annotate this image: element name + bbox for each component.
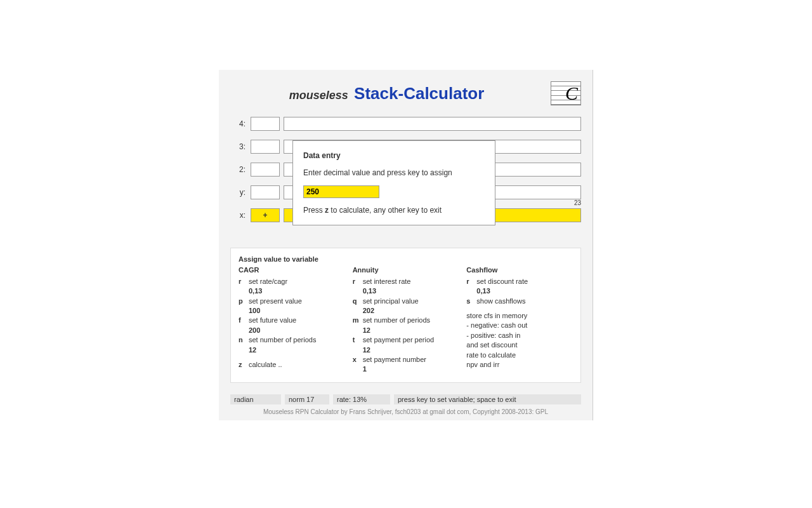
stack-label: x: [230,211,246,220]
col-title-cagr: CAGR [239,265,345,275]
help-key: t [353,335,363,355]
stack-label: 3: [230,142,246,151]
cashflow-note: and set discount [466,340,573,350]
help-item: rset interest rate0,13 [353,277,459,297]
help-item: tset payment per period12 [353,335,459,355]
help-key: r [239,277,249,297]
help-desc: set number of periods12 [249,335,345,355]
help-value: 200 [249,326,345,335]
step-counter: 23 [574,199,581,206]
stack-label: y: [230,188,246,197]
col-title-cashflow: Cashflow [466,265,573,275]
cashflow-note: store cfs in memory [466,311,573,321]
stack-op[interactable] [251,140,280,154]
help-key: x [353,355,363,375]
cashflow-note: - positive: cash in [466,331,573,340]
status-rate: rate: 13% [333,394,390,404]
cashflow-note: - negative: cash out [466,321,573,330]
help-value: 0,13 [249,286,345,296]
col-title-annuity: Annuity [353,265,459,275]
help-value: 12 [249,345,345,355]
stack-area: 4: 3: 2: y: 23 x: + Data entry Enter d [230,117,581,222]
help-value: 12 [363,345,459,355]
help-panel: Assign value to variable CAGR rset rate/… [230,248,581,383]
help-key: s [466,297,476,306]
help-key: n [239,335,249,355]
help-key: p [239,297,249,316]
help-value: 12 [363,326,459,335]
help-desc: set rate/cagr0,13 [249,277,345,297]
help-value: 1 [363,364,459,374]
help-desc: set future value200 [249,316,345,335]
help-value: 202 [363,306,459,316]
help-desc: set present value100 [249,297,345,316]
popup-value-input[interactable] [303,185,379,198]
help-col-cagr: CAGR rset rate/cagr0,13pset present valu… [239,265,345,374]
cashflow-note: npv and irr [466,360,573,370]
cashflow-note: rate to calculate [466,351,573,360]
stack-op-current[interactable]: + [251,208,280,222]
stack-row-4: 4: [230,117,581,131]
help-desc: set interest rate0,13 [363,277,459,297]
status-norm: norm 17 [285,394,329,404]
help-item: qset principal value202 [353,297,459,316]
stack-value[interactable] [284,117,581,131]
help-key: f [239,316,249,335]
help-desc: set payment per period12 [363,335,459,355]
help-desc: set discount rate0,13 [476,277,573,297]
calculator-app: mouseless Stack-Calculator C 4: 3: 2: y: [219,70,593,420]
stack-op[interactable] [251,163,280,177]
popup-title: Data entry [303,150,485,162]
app-title: mouseless Stack-Calculator [230,84,543,104]
help-item: xset payment number1 [353,355,459,375]
footer-text: Mouseless RPN Calculator by Frans Schrij… [230,408,581,415]
help-desc: calculate .. [249,360,345,370]
header: mouseless Stack-Calculator C [230,81,581,105]
title-prefix: mouseless [289,89,348,102]
data-entry-popup: Data entry Enter decimal value and press… [292,140,495,225]
stack-label: 2: [230,165,246,174]
help-col-cashflow: Cashflow rset discount rate0,13sshow cas… [466,265,573,374]
help-item: fset future value200 [239,316,345,335]
stack-op[interactable] [251,185,280,199]
help-key: r [353,277,363,297]
help-key: z [239,360,249,370]
popup-instruction: Enter decimal value and press key to ass… [303,167,485,179]
help-item: nset number of periods12 [239,335,345,355]
title-main: Stack-Calculator [354,84,484,103]
help-value: 100 [249,306,345,316]
help-item: mset number of periods12 [353,316,459,335]
help-item: pset present value100 [239,297,345,316]
help-key: m [353,316,363,335]
help-title: Assign value to variable [239,255,573,264]
help-item: rset discount rate0,13 [466,277,573,297]
help-col-annuity: Annuity rset interest rate0,13qset princ… [353,265,459,374]
help-key: q [353,297,363,316]
help-item: zcalculate .. [239,360,345,370]
help-desc: set payment number1 [363,355,459,375]
help-value: 0,13 [363,286,459,296]
stack-op[interactable] [251,117,280,131]
help-item: sshow cashflows [466,297,573,306]
stack-label: 4: [230,119,246,128]
status-message: press key to set variable; space to exit [394,394,581,404]
popup-hint: Press z to calculate, any other key to e… [303,204,485,217]
help-key: r [466,277,476,297]
help-value: 0,13 [476,286,573,296]
status-mode: radian [230,394,281,404]
status-bar: radian norm 17 rate: 13% press key to se… [230,394,581,404]
help-item: rset rate/cagr0,13 [239,277,345,297]
help-desc: show cashflows [476,297,573,306]
help-desc: set number of periods12 [363,316,459,335]
logo-icon: C [551,81,581,105]
help-desc: set principal value202 [363,297,459,316]
